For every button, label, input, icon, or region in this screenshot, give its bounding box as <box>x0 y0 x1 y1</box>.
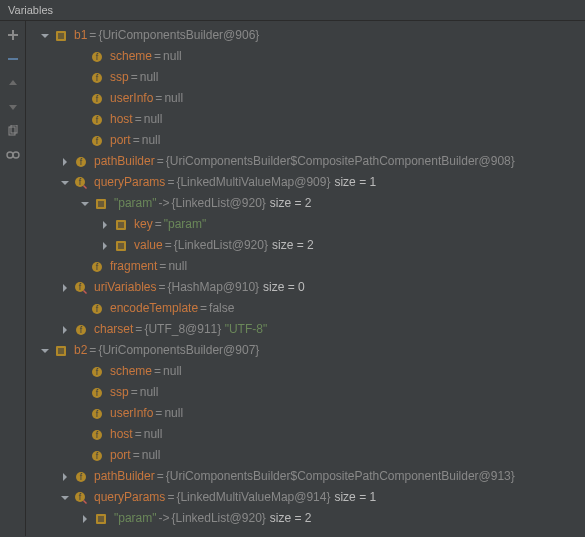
tree-row[interactable]: f encodeTemplate = false <box>26 298 585 319</box>
svg-rect-1 <box>9 127 15 135</box>
var-value: null <box>163 361 182 382</box>
expand-arrow-icon[interactable] <box>38 344 52 358</box>
expand-arrow-icon[interactable] <box>78 197 92 211</box>
tree-row[interactable]: "param" -> {LinkedList@920} size = 2 <box>26 508 585 529</box>
tree-row[interactable]: f scheme = null <box>26 46 585 67</box>
var-name: host <box>110 109 133 130</box>
var-size: size = 0 <box>263 277 305 298</box>
svg-rect-0 <box>8 58 18 60</box>
var-value: null <box>163 46 182 67</box>
object-icon <box>94 512 108 526</box>
object-icon <box>114 218 128 232</box>
expand-arrow-icon[interactable] <box>58 155 72 169</box>
tree-row[interactable]: f pathBuilder = {UriComponentsBuilder$Co… <box>26 466 585 487</box>
expand-arrow-icon[interactable] <box>78 512 92 526</box>
tree-row[interactable]: "param" -> {LinkedList@920} size = 2 <box>26 193 585 214</box>
expand-arrow-icon[interactable] <box>98 239 112 253</box>
var-value: null <box>144 109 163 130</box>
var-value: "param" <box>164 214 207 235</box>
arrow-sep: -> <box>159 508 170 529</box>
tree-row[interactable]: f userInfo = null <box>26 88 585 109</box>
var-type: {LinkedMultiValueMap@909} <box>176 172 330 193</box>
tree-row[interactable]: value = {LinkedList@920}size = 2 <box>26 235 585 256</box>
var-value: null <box>164 88 183 109</box>
var-value: "UTF-8" <box>225 319 268 340</box>
link-icon[interactable] <box>5 147 21 163</box>
tree-row[interactable]: key = "param" <box>26 214 585 235</box>
var-name: scheme <box>110 361 152 382</box>
expand-arrow-icon[interactable] <box>58 323 72 337</box>
eq: = <box>89 25 96 46</box>
tree-row[interactable]: f uriVariables = {HashMap@910}size = 0 <box>26 277 585 298</box>
var-type: {LinkedList@920} <box>172 508 266 529</box>
field-icon: f <box>74 470 88 484</box>
var-value: null <box>140 382 159 403</box>
var-name: value <box>134 235 163 256</box>
var-type: {UriComponentsBuilder@906} <box>98 25 259 46</box>
expand-arrow-icon[interactable] <box>58 281 72 295</box>
tree-row[interactable]: f queryParams = {LinkedMultiValueMap@909… <box>26 172 585 193</box>
var-name: queryParams <box>94 487 165 508</box>
var-name: pathBuilder <box>94 466 155 487</box>
tree-row-b1[interactable]: b1 = {UriComponentsBuilder@906} <box>26 25 585 46</box>
var-name: pathBuilder <box>94 151 155 172</box>
tree-row[interactable]: f charset = {UTF_8@911} "UTF-8" <box>26 319 585 340</box>
svg-point-3 <box>7 152 13 158</box>
variables-tree[interactable]: b1 = {UriComponentsBuilder@906} f scheme… <box>26 21 585 536</box>
expand-arrow-icon[interactable] <box>58 176 72 190</box>
var-name: fragment <box>110 256 157 277</box>
object-icon <box>54 344 68 358</box>
tree-row[interactable]: f host = null <box>26 424 585 445</box>
minus-icon[interactable] <box>5 51 21 67</box>
expand-arrow-icon[interactable] <box>58 470 72 484</box>
field-icon: f <box>90 134 104 148</box>
var-name: host <box>110 424 133 445</box>
var-name: charset <box>94 319 133 340</box>
var-name: queryParams <box>94 172 165 193</box>
field-icon: f <box>74 323 88 337</box>
var-name: encodeTemplate <box>110 298 198 319</box>
plus-icon[interactable] <box>5 27 21 43</box>
var-type: {LinkedList@920} <box>172 193 266 214</box>
var-name: port <box>110 445 131 466</box>
expand-arrow-icon[interactable] <box>98 218 112 232</box>
var-size: size = 2 <box>270 508 312 529</box>
entry-key: "param" <box>114 508 157 529</box>
var-name: b1 <box>74 25 87 46</box>
expand-arrow-icon[interactable] <box>58 491 72 505</box>
tree-row[interactable]: f fragment = null <box>26 256 585 277</box>
up-icon[interactable] <box>5 75 21 91</box>
tree-row[interactable]: f port = null <box>26 445 585 466</box>
arrow-sep: -> <box>159 193 170 214</box>
copy-icon[interactable] <box>5 123 21 139</box>
expand-arrow-icon[interactable] <box>38 29 52 43</box>
svg-point-4 <box>13 152 19 158</box>
field-icon: f <box>90 50 104 64</box>
down-icon[interactable] <box>5 99 21 115</box>
var-value: false <box>209 298 234 319</box>
tree-row[interactable]: f port = null <box>26 130 585 151</box>
var-value: null <box>142 445 161 466</box>
field-icon: f <box>90 92 104 106</box>
var-size: size = 1 <box>334 172 376 193</box>
var-type: {HashMap@910} <box>168 277 260 298</box>
tree-row[interactable]: f ssp = null <box>26 67 585 88</box>
object-icon <box>94 197 108 211</box>
var-type: {UTF_8@911} <box>144 319 221 340</box>
var-name: b2 <box>74 340 87 361</box>
var-name: ssp <box>110 67 129 88</box>
field-icon: f <box>90 386 104 400</box>
field-pin-icon: f <box>74 491 88 505</box>
var-name: userInfo <box>110 403 153 424</box>
tree-row[interactable]: f ssp = null <box>26 382 585 403</box>
tree-row[interactable]: f scheme = null <box>26 361 585 382</box>
entry-key: "param" <box>114 193 157 214</box>
field-icon: f <box>90 449 104 463</box>
tree-row[interactable]: f userInfo = null <box>26 403 585 424</box>
field-pin-icon: f <box>74 176 88 190</box>
tree-row[interactable]: f pathBuilder = {UriComponentsBuilder$Co… <box>26 151 585 172</box>
tree-row[interactable]: f host = null <box>26 109 585 130</box>
tree-row[interactable]: f queryParams = {LinkedMultiValueMap@914… <box>26 487 585 508</box>
tree-row-b2[interactable]: b2 = {UriComponentsBuilder@907} <box>26 340 585 361</box>
field-icon: f <box>90 113 104 127</box>
